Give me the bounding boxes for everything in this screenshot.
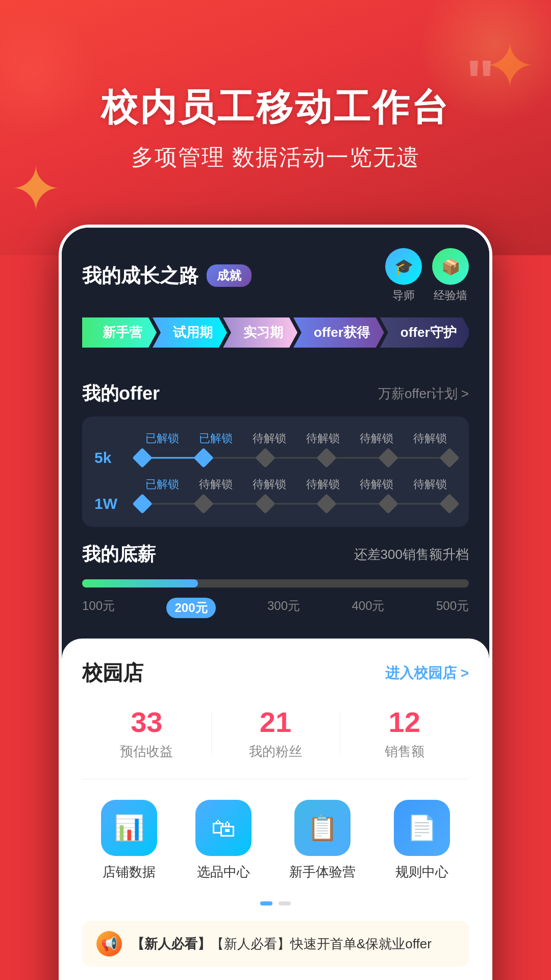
- stat-sales: 12 销售额: [340, 705, 469, 761]
- offer-1w-node-1: [132, 494, 153, 514]
- exp-wall-button[interactable]: 📦 经验墙: [432, 248, 469, 303]
- offer-1w-nodes: [135, 497, 457, 511]
- offer-1w-line-bg: [135, 503, 457, 505]
- campus-section: 校园店 进入校园店 > 33 预估收益 21 我的粉丝 12 销售额: [62, 639, 489, 980]
- stat-label-sales: 销售额: [385, 743, 424, 761]
- salary-title: 我的底薪: [82, 542, 156, 567]
- offer-1w-label-4: 待解锁: [296, 477, 349, 492]
- offer-1w-node-2: [194, 494, 214, 514]
- newbie-label: 新手体验营: [289, 863, 356, 881]
- rules-icon: 📄: [394, 800, 450, 856]
- offer-title: 我的offer: [82, 381, 160, 406]
- dot-2: [279, 901, 291, 905]
- growth-title-row: 我的成长之路 成就: [82, 263, 252, 289]
- menu-item-product[interactable]: 🛍 选品中心: [195, 800, 252, 881]
- guide-button[interactable]: 🎓 导师: [385, 248, 422, 303]
- offer-5k-label-1: 已解锁: [135, 431, 189, 446]
- hero-subtitle: 多项管理 数据活动一览无遗: [131, 142, 420, 173]
- offer-1w-node-3: [255, 494, 276, 514]
- offer-node-1: [132, 448, 153, 468]
- hero-banner: ✦ ✦ " 校内员工移动工作台 多项管理 数据活动一览无遗: [0, 0, 551, 255]
- offer-node-3: [255, 448, 276, 468]
- salary-tick-200: 200元: [166, 598, 215, 618]
- offer-5k-label-3: 待解锁: [242, 431, 296, 446]
- salary-tick-300: 300元: [267, 598, 300, 618]
- salary-section: 我的底薪 还差300销售额升档 100元 200元 300元 400元 500元: [62, 542, 489, 639]
- salary-tick-500: 500元: [436, 598, 469, 618]
- offer-node-5: [378, 448, 398, 468]
- growth-section: 我的成长之路 成就 🎓 导师 📦 经验墙: [62, 228, 489, 381]
- dots-indicator: [82, 901, 469, 905]
- step-item-4[interactable]: offer获得: [297, 317, 384, 348]
- stat-estimated-income: 33 预估收益: [82, 705, 211, 761]
- growth-header: 我的成长之路 成就 🎓 导师 📦 经验墙: [82, 248, 469, 303]
- newbie-icon: 📋: [294, 800, 350, 856]
- campus-title: 校园店: [82, 659, 143, 687]
- step-item-1[interactable]: 新手营: [82, 317, 157, 348]
- step-label-4: offer获得: [293, 317, 384, 348]
- notice-text: 【新人必看】【新人必看】快速开首单&保就业offer: [131, 935, 432, 953]
- salary-header: 我的底薪 还差300销售额升档: [82, 542, 469, 567]
- offer-1w-label-1: 已解锁: [135, 477, 189, 492]
- salary-tick-100: 100元: [82, 598, 115, 618]
- notice-banner[interactable]: 📢 【新人必看】【新人必看】快速开首单&保就业offer: [82, 921, 469, 967]
- salary-bar-fill: [82, 579, 198, 587]
- offer-1w-node-4: [316, 494, 337, 514]
- store-data-label: 店铺数据: [103, 863, 156, 881]
- offer-plan-link[interactable]: 万薪offer计划 >: [378, 385, 469, 403]
- offer-node-6: [439, 448, 460, 468]
- campus-stats: 33 预估收益 21 我的粉丝 12 销售额: [82, 705, 469, 779]
- menu-item-store-data[interactable]: 📊 店铺数据: [101, 800, 157, 881]
- guide-label: 导师: [392, 288, 415, 303]
- offer-node-2: [194, 448, 214, 468]
- salary-tick-400: 400元: [352, 598, 384, 618]
- hero-title: 校内员工移动工作台: [101, 83, 450, 132]
- offer-1w-label-2: 待解锁: [189, 477, 242, 492]
- offer-5k-label-5: 待解锁: [349, 431, 403, 446]
- step-item-2[interactable]: 试用期: [157, 317, 227, 348]
- offer-node-4: [316, 448, 337, 468]
- campus-menu: 📊 店铺数据 🛍 选品中心 📋 新手体验营 📄 规则中心: [82, 800, 469, 881]
- step-label-3: 实习期: [223, 317, 297, 348]
- offer-5k-row: 5k: [94, 449, 457, 467]
- offer-5k-label-2: 已解锁: [189, 431, 242, 446]
- menu-item-rules[interactable]: 📄 规则中心: [394, 800, 450, 881]
- notice-icon: 📢: [96, 931, 122, 957]
- exp-label: 经验墙: [434, 288, 467, 303]
- product-icon: 🛍: [195, 800, 252, 856]
- stat-fans: 21 我的粉丝: [211, 705, 340, 761]
- offer-header: 我的offer 万薪offer计划 >: [82, 381, 469, 406]
- campus-link[interactable]: 进入校园店 >: [385, 664, 469, 683]
- store-data-icon: 📊: [101, 800, 157, 856]
- offer-1w-node-5: [378, 494, 398, 514]
- growth-icons: 🎓 导师 📦 经验墙: [385, 248, 469, 303]
- quote-decoration: ": [466, 51, 495, 112]
- step-label-5: offer守护: [380, 317, 469, 348]
- guide-icon: 🎓: [385, 248, 422, 285]
- bg-glow-left: [0, 10, 97, 138]
- offer-1w-label-6: 待解锁: [403, 477, 457, 492]
- notice-bold: 【新人必看】: [131, 936, 211, 951]
- phone-frame: 我的成长之路 成就 🎓 导师 📦 经验墙: [59, 225, 492, 980]
- salary-bar-track: [82, 579, 469, 587]
- offer-1w-label-5: 待解锁: [349, 477, 403, 492]
- offer-section: 我的offer 万薪offer计划 > 已解锁 已解锁 待解锁 待解锁: [62, 381, 489, 542]
- campus-header: 校园店 进入校园店 >: [82, 659, 469, 687]
- salary-ticks: 100元 200元 300元 400元 500元: [82, 598, 469, 618]
- steps-bar: 新手营 试用期 实习期 offer获得 offer守护: [82, 317, 469, 348]
- offer-grid: 已解锁 已解锁 待解锁 待解锁 待解锁 待解锁 5k: [82, 416, 469, 527]
- offer-5k-label-6: 待解锁: [403, 431, 457, 446]
- offer-5k-label-4: 待解锁: [296, 431, 349, 446]
- step-label-1: 新手营: [82, 317, 157, 348]
- stat-number-income: 33: [131, 705, 162, 739]
- step-item-5[interactable]: offer守护: [384, 317, 469, 348]
- stat-number-sales: 12: [389, 705, 420, 739]
- step-item-3[interactable]: 实习期: [227, 317, 297, 348]
- step-label-2: 试用期: [153, 317, 227, 348]
- phone-wrapper: 我的成长之路 成就 🎓 导师 📦 经验墙: [59, 225, 492, 980]
- offer-1w-label-3: 待解锁: [242, 477, 296, 492]
- phone-inner: 我的成长之路 成就 🎓 导师 📦 经验墙: [62, 228, 489, 980]
- offer-5k-nodes: [135, 451, 457, 465]
- achievement-badge: 成就: [207, 264, 252, 287]
- menu-item-newbie[interactable]: 📋 新手体验营: [289, 800, 356, 881]
